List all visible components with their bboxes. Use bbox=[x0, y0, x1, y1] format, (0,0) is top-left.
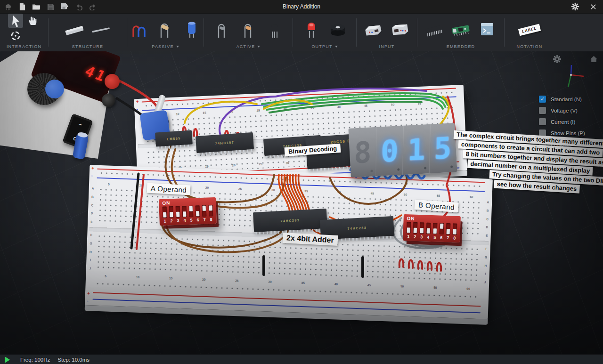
dip-switch-lever[interactable] bbox=[453, 224, 457, 235]
view-option-label: Current (I) bbox=[551, 119, 575, 125]
chevron-down-icon bbox=[257, 46, 260, 49]
dip-knob[interactable] bbox=[170, 212, 173, 217]
led-tool[interactable] bbox=[301, 19, 322, 40]
dip-knob[interactable] bbox=[427, 228, 430, 234]
axis-y bbox=[568, 75, 571, 87]
breadboard-tool[interactable] bbox=[64, 19, 85, 40]
group-input: INPUT bbox=[357, 14, 417, 51]
hand-tool[interactable] bbox=[25, 14, 40, 28]
terminal-tool[interactable] bbox=[477, 19, 497, 40]
capacitor-tool[interactable] bbox=[181, 19, 202, 40]
group-output: OUTPUT bbox=[293, 14, 356, 51]
group-label-output[interactable]: OUTPUT bbox=[311, 44, 337, 49]
sim-frequency: Freq: 100Hz bbox=[20, 357, 50, 363]
scene-viewport[interactable]: 41 I O + - 51015202530354045505560 51015… bbox=[0, 51, 603, 354]
redo-icon[interactable] bbox=[89, 2, 97, 11]
label-tool[interactable]: LABEL bbox=[519, 19, 540, 40]
dip-switch-lever[interactable] bbox=[209, 205, 213, 216]
checkbox-icon[interactable]: ✓ bbox=[539, 96, 546, 103]
dip-switch-lever[interactable] bbox=[407, 222, 411, 233]
signal-diode-tool[interactable] bbox=[238, 19, 259, 40]
dip-knob[interactable] bbox=[183, 211, 186, 217]
group-label-passive[interactable]: PASSIVE bbox=[152, 44, 179, 49]
dip-knob[interactable] bbox=[189, 206, 193, 211]
dip-switch-lever[interactable] bbox=[163, 207, 167, 218]
dip-switch-lever[interactable] bbox=[420, 222, 424, 234]
play-button[interactable] bbox=[5, 356, 10, 363]
dip-number: 4 bbox=[182, 218, 187, 223]
dip-switch-lever[interactable] bbox=[446, 223, 451, 235]
checkbox-icon[interactable] bbox=[539, 118, 546, 125]
group-passive: PASSIVE bbox=[127, 14, 204, 51]
dip-switch-lever[interactable] bbox=[169, 206, 174, 218]
rod-tool[interactable] bbox=[90, 19, 111, 40]
view-option-label: Show Pins (P) bbox=[551, 130, 585, 136]
wire-green-bundle[interactable] bbox=[262, 93, 448, 113]
view-option[interactable]: Show Pins (P) bbox=[539, 129, 596, 137]
psu-negative-terminal[interactable] bbox=[102, 94, 115, 107]
select-tool[interactable] bbox=[8, 14, 23, 28]
checkbox-icon[interactable] bbox=[539, 107, 546, 114]
dip-switch-lever[interactable] bbox=[196, 205, 200, 217]
psu-positive-terminal[interactable] bbox=[105, 74, 120, 89]
group-label-active[interactable]: ACTIVE bbox=[236, 44, 261, 49]
timer-chip[interactable]: LM555 bbox=[155, 130, 193, 146]
power-supply-tool[interactable] bbox=[363, 19, 384, 40]
transistor-tool[interactable] bbox=[264, 19, 285, 40]
dip-knob[interactable] bbox=[414, 228, 417, 233]
save-as-button[interactable] bbox=[60, 2, 69, 11]
group-label-notation: NOTATION bbox=[517, 44, 543, 49]
bench-supply-tool[interactable] bbox=[390, 19, 410, 40]
dip-knob[interactable] bbox=[407, 227, 410, 233]
dip-knob[interactable] bbox=[163, 212, 166, 218]
dip-number: 3 bbox=[419, 235, 424, 239]
new-file-button[interactable] bbox=[18, 2, 26, 11]
dip-knob[interactable] bbox=[176, 212, 179, 217]
jumper-wire-tool[interactable] bbox=[129, 19, 149, 40]
dip-switch-lever[interactable] bbox=[176, 206, 180, 218]
resistor-tool[interactable] bbox=[155, 19, 176, 40]
settings-gear-icon[interactable] bbox=[571, 2, 579, 11]
dip-switch-b[interactable]: ON12345678 bbox=[403, 214, 461, 243]
orbit-tool[interactable] bbox=[8, 29, 23, 43]
dip-switch-lever[interactable] bbox=[182, 206, 187, 217]
dip-switch-lever[interactable] bbox=[189, 206, 194, 217]
flipflop-chip[interactable]: 74HC107 bbox=[196, 132, 254, 153]
seg-digit: 1 bbox=[403, 124, 430, 175]
buzzer-tool[interactable] bbox=[327, 19, 348, 40]
dip-switch-lever[interactable] bbox=[426, 223, 431, 234]
seven-segment-display[interactable]: 8015 bbox=[348, 123, 457, 178]
dip-knob[interactable] bbox=[433, 228, 437, 234]
dip-knob[interactable] bbox=[447, 229, 450, 234]
dip-knob[interactable] bbox=[196, 211, 199, 216]
home-view-icon[interactable] bbox=[589, 55, 598, 65]
view-option[interactable]: Current (I) bbox=[539, 118, 596, 125]
psu-knob[interactable] bbox=[27, 73, 61, 105]
group-label-structure: STRUCTURE bbox=[72, 44, 103, 49]
dip-number: 1 bbox=[163, 219, 167, 224]
undo-icon[interactable] bbox=[74, 2, 83, 11]
dip-knob[interactable] bbox=[209, 205, 212, 210]
dip-switch-lever[interactable] bbox=[433, 223, 438, 234]
chevron-down-icon bbox=[335, 46, 338, 49]
view-option[interactable]: Voltage (V) bbox=[539, 107, 596, 114]
microcontroller-tool[interactable] bbox=[450, 19, 471, 40]
dip-knob[interactable] bbox=[440, 224, 443, 229]
open-folder-button[interactable] bbox=[32, 2, 41, 11]
close-icon[interactable] bbox=[589, 2, 597, 11]
diode-tool[interactable] bbox=[212, 19, 232, 40]
dip-switch-lever[interactable] bbox=[413, 222, 418, 234]
save-button[interactable] bbox=[46, 2, 55, 11]
dip-knob[interactable] bbox=[420, 228, 424, 233]
dip-switch-lever[interactable] bbox=[202, 205, 207, 217]
axis-gizmo[interactable] bbox=[558, 62, 586, 91]
dip-switch-a[interactable]: ON12345678 bbox=[159, 197, 217, 226]
dip-knob[interactable] bbox=[203, 206, 206, 211]
dip-switch-lever[interactable] bbox=[440, 223, 444, 235]
view-option[interactable]: ✓Standard (N) bbox=[539, 96, 596, 103]
ic-chip-tool[interactable] bbox=[424, 19, 445, 40]
adder-chip-1[interactable]: 74HC283 bbox=[253, 209, 327, 232]
dip-number: 8 bbox=[452, 236, 456, 241]
dip-knob[interactable] bbox=[453, 229, 456, 235]
sim-step: Step: 10.0ms bbox=[57, 357, 90, 363]
